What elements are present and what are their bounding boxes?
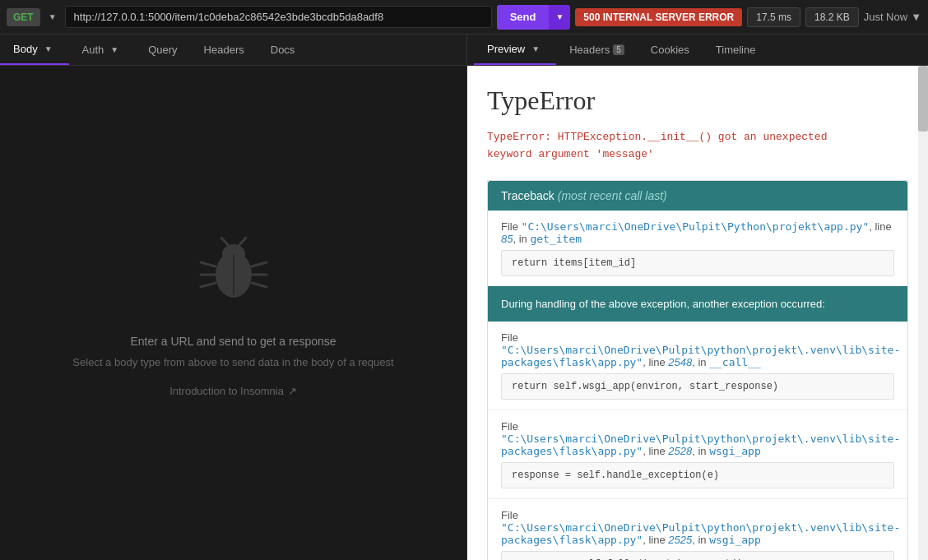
traceback-frame-3: File "C:\Users\marci\OneDrive\Pulpit\pyt…: [488, 410, 907, 498]
svg-line-3: [239, 238, 246, 246]
traceback-container: Traceback (most recent call last) File "…: [487, 180, 908, 560]
body-tab-arrow[interactable]: ▼: [41, 44, 56, 53]
insomnia-link[interactable]: Introduction to Insomnia ↗: [169, 385, 297, 397]
send-dropdown-button[interactable]: ▼: [549, 5, 570, 30]
bug-icon: [193, 229, 275, 315]
send-btn-group: Send ▼: [497, 5, 571, 30]
send-button[interactable]: Send: [497, 5, 550, 30]
traceback-frame-4: File "C:\Users\marci\OneDrive\Pulpit\pyt…: [488, 498, 907, 560]
tab-body[interactable]: Body ▼: [0, 35, 69, 65]
scrollbar-track[interactable]: [918, 66, 928, 560]
line-num-4: 2525: [668, 534, 692, 546]
line-num-1: 85: [501, 233, 513, 245]
file-line-4: File "C:\Users\marci\OneDrive\Pulpit\pyt…: [501, 509, 894, 546]
left-panel-title: Enter a URL and send to get a response: [130, 335, 336, 348]
tab-query[interactable]: Query: [135, 35, 190, 65]
traceback-subheader: (most recent call last): [558, 189, 667, 202]
file-path-1: "C:\Users\marci\OneDrive\Pulpit\Python\p…: [522, 220, 870, 233]
file-path-2: "C:\Users\marci\OneDrive\Pulpit\python\p…: [501, 344, 900, 368]
timestamp: Just Now ▼: [864, 11, 921, 23]
tab-response-headers[interactable]: Headers 5: [556, 35, 638, 65]
svg-line-9: [252, 283, 267, 287]
code-snippet-1: return items[item_id]: [501, 250, 894, 276]
method-badge[interactable]: GET: [7, 8, 40, 26]
left-panel-subtitle: Select a body type from above to send da…: [72, 356, 393, 368]
time-stat: 17.5 ms: [747, 7, 800, 27]
right-panel[interactable]: TypeError TypeError: HTTPException.__ini…: [467, 66, 928, 560]
func-name-4: wsgi_app: [709, 534, 761, 546]
exception-banner: During handling of the above exception, …: [488, 286, 907, 322]
tab-headers[interactable]: Headers: [191, 35, 258, 65]
tab-docs[interactable]: Docs: [258, 35, 309, 65]
file-path-4: "C:\Users\marci\OneDrive\Pulpit\python\p…: [501, 521, 900, 546]
func-name-2: __call__: [709, 356, 761, 368]
code-snippet-2: return self.wsgi_app(environ, start_resp…: [501, 373, 894, 400]
auth-tab-arrow[interactable]: ▼: [107, 45, 122, 54]
left-tabs: Body ▼ Auth ▼ Query Headers Docs: [0, 35, 467, 65]
tab-timeline[interactable]: Timeline: [703, 35, 769, 65]
error-title: TypeError: [487, 86, 908, 116]
func-name-1: get_item: [530, 233, 582, 245]
tab-preview[interactable]: Preview ▼: [474, 35, 556, 65]
toolbar: GET ▼ Send ▼ 500 INTERNAL SERVER ERROR 1…: [0, 0, 928, 35]
main-content: Enter a URL and send to get a response S…: [0, 66, 928, 560]
file-line-2: File "C:\Users\marci\OneDrive\Pulpit\pyt…: [501, 331, 894, 368]
headers-badge: 5: [613, 44, 624, 55]
tab-auth[interactable]: Auth ▼: [69, 35, 136, 65]
tab-cookies[interactable]: Cookies: [638, 35, 703, 65]
timestamp-dropdown-arrow[interactable]: ▼: [911, 11, 921, 23]
file-line-1: File "C:\Users\marci\OneDrive\Pulpit\Pyt…: [501, 220, 894, 245]
line-num-2: 2548: [668, 356, 692, 368]
right-tabs: Preview ▼ Headers 5 Cookies Timeline: [467, 35, 768, 65]
line-num-3: 2528: [668, 445, 692, 457]
svg-line-4: [201, 262, 216, 266]
file-line-3: File "C:\Users\marci\OneDrive\Pulpit\pyt…: [501, 420, 894, 457]
method-dropdown-arrow[interactable]: ▼: [45, 12, 60, 21]
url-input[interactable]: [65, 6, 492, 28]
file-path-3: "C:\Users\marci\OneDrive\Pulpit\python\p…: [501, 433, 900, 457]
error-description: TypeError: HTTPException.__init__() got …: [487, 129, 908, 164]
preview-tab-arrow[interactable]: ▼: [528, 44, 543, 53]
traceback-header: Traceback (most recent call last): [488, 181, 907, 211]
status-badge: 500 INTERNAL SERVER ERROR: [575, 8, 742, 26]
code-snippet-3: response = self.handle_exception(e): [501, 462, 894, 488]
code-snippet-4: response = self.full_dispatch_request(): [501, 551, 894, 560]
size-stat: 18.2 KB: [805, 7, 859, 27]
svg-line-7: [252, 262, 267, 266]
func-name-3: wsgi_app: [709, 445, 761, 457]
svg-line-2: [221, 238, 229, 246]
traceback-frame-1: File "C:\Users\marci\OneDrive\Pulpit\Pyt…: [488, 211, 907, 286]
scrollbar-thumb[interactable]: [918, 66, 928, 132]
left-panel: Enter a URL and send to get a response S…: [0, 66, 467, 560]
traceback-frame-2: File "C:\Users\marci\OneDrive\Pulpit\pyt…: [488, 322, 907, 410]
tabs-bar: Body ▼ Auth ▼ Query Headers Docs Preview…: [0, 35, 928, 66]
external-link-icon: ↗: [288, 385, 297, 397]
svg-line-6: [201, 283, 216, 287]
